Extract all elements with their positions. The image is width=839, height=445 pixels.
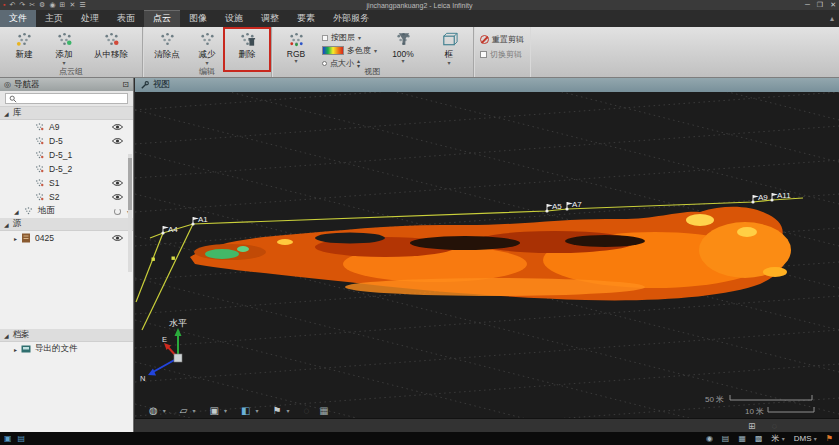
delete-button[interactable]: 删除 [227,29,267,61]
tab-pointcloud[interactable]: 点云 [144,10,180,27]
tab-home[interactable]: 主页 [36,10,72,27]
settings-icon[interactable]: ⚙ [39,0,45,10]
status-left-icon-1[interactable]: ▣ [4,434,12,443]
scrollbar-thumb[interactable] [128,158,132,210]
status-doc-icon[interactable]: ▤ [722,434,730,443]
search-input[interactable] [5,93,128,104]
gradient-swatch[interactable] [322,46,344,55]
zoom-percent-button[interactable]: 100% ▾ [383,29,423,64]
flag-tool-button[interactable]: ⚑▾ [272,405,289,416]
item-label: D-5_2 [49,164,133,174]
add-view-button[interactable]: ⊞ [748,421,756,431]
window-icon[interactable]: ⊞ [60,0,66,10]
view-cube-button[interactable]: ▣▾ [209,405,226,416]
tree-item-exported-files[interactable]: ▸ 导出的文件 [0,342,133,356]
flag-dropdown-icon[interactable]: ▾ [286,407,289,414]
notification-flag-icon[interactable]: ⚑ [826,434,833,443]
rgb-dropdown-icon[interactable]: ▾ [294,59,297,64]
tree-section-library[interactable]: ◢ 库 [0,107,133,120]
eraser-tool-button[interactable]: ▱▾ [180,405,196,416]
visibility-eye-icon[interactable] [112,193,123,203]
pointcloud-remove-icon [102,31,121,48]
tab-file[interactable]: 文件 [0,10,36,27]
status-left-icon-2[interactable]: ▤ [18,434,26,443]
collapsed-icon[interactable]: ▸ [14,346,17,353]
grid-toggle-button[interactable]: ▦ [319,405,328,416]
tab-features[interactable]: 要素 [288,10,324,27]
view-cube-dropdown-icon[interactable]: ▾ [224,407,227,414]
tab-processing[interactable]: 处理 [72,10,108,27]
expand-icon[interactable]: ◢ [14,208,19,215]
unit-dropdown-icon[interactable]: ▾ [782,436,785,442]
visibility-eye-icon[interactable] [112,137,123,147]
pin-panel-icon[interactable]: ⊡ [122,80,129,89]
box-button[interactable]: 框 ▾ [429,29,469,66]
status-table-icon[interactable]: ▩ [755,434,763,443]
tree-item-0425[interactable]: ▸ 0425 [0,231,133,245]
exported-files-icon [21,344,31,354]
visibility-eye-icon[interactable] [112,234,123,244]
multicolor-label[interactable]: 多色度 [347,45,371,56]
expand-icon[interactable]: ◢ [4,332,9,339]
cut-icon[interactable]: ✂ [29,0,35,10]
tree-item-s1[interactable]: S1 [0,176,133,190]
status-grid-icon[interactable]: ▦ [738,434,746,443]
tree-item-a9[interactable]: A9 [0,120,133,134]
minimize-button[interactable]: ─ [805,0,810,10]
loading-spinner-icon [114,208,121,215]
close-doc-icon[interactable]: ✕ [69,0,75,10]
by-layer-dropdown-icon[interactable]: ▾ [358,34,361,41]
angle-format-selector[interactable]: DMS ▾ [794,434,817,443]
unit-selector[interactable]: 米 ▾ [772,433,785,444]
group-label-view: 视图 [272,66,473,77]
zoom-dropdown-icon[interactable]: ▾ [402,59,405,64]
reduce-button[interactable]: 减少 ▾ [187,29,227,66]
toggle-clip-checkbox[interactable]: 切换剪辑 [480,49,524,60]
clear-points-button[interactable]: 清除点 [147,29,187,61]
tree-item-s2[interactable]: S2 [0,190,133,204]
delete-icon [238,31,257,48]
reset-clip-label: 重置剪辑 [492,34,524,45]
3d-canvas[interactable]: A4 A1 A5 A7 A9 A11 水平 E [135,92,839,418]
visibility-eye-icon[interactable] [112,179,123,189]
status-view-icon[interactable]: ◉ [706,434,713,443]
tab-imaging[interactable]: 图像 [180,10,216,27]
orbit-dropdown-icon[interactable]: ▾ [163,407,166,414]
remove-from-button[interactable]: 从中移除 [84,29,138,61]
close-button[interactable]: ✕ [830,0,836,10]
rgb-button[interactable]: RGB ▾ [276,29,316,64]
eraser-dropdown-icon[interactable]: ▾ [192,407,195,414]
ribbon-collapse-icon[interactable]: ▴ [830,10,834,27]
angle-dropdown-icon[interactable]: ▾ [814,436,817,442]
tree-scrollbar[interactable] [128,154,132,272]
by-layer-label[interactable]: 按图层 [331,32,355,43]
expand-icon[interactable]: ◢ [4,110,9,117]
reset-clip-button[interactable]: 重置剪辑 [480,34,524,45]
tree-section-archive[interactable]: ◢ 档案 [0,329,133,342]
tab-services[interactable]: 外部服务 [324,10,378,27]
navigator-title: 导航器 [14,79,122,91]
solid-cube-button[interactable]: ◧▾ [241,405,258,416]
orbit-tool-button[interactable]: ◍▾ [149,405,166,416]
solid-cube-dropdown-icon[interactable]: ▾ [255,407,258,414]
add-pointcloud-button[interactable]: 添加 ▾ [44,29,84,66]
expand-icon[interactable]: ◢ [4,221,9,228]
tree-item-d5-1[interactable]: D-5_1 [0,148,133,162]
tab-surfaces[interactable]: 表面 [108,10,144,27]
tab-infrastructure[interactable]: 设施 [216,10,252,27]
view-header[interactable]: 视图 [135,78,839,92]
tab-adjustments[interactable]: 调整 [252,10,288,27]
redo-icon[interactable]: ↷ [19,0,25,10]
tree-item-ground[interactable]: ◢ 地面 ▾ [0,204,133,218]
tree-section-source[interactable]: ◢ 源 [0,218,133,231]
tree-item-d5[interactable]: D-5 [0,134,133,148]
tree-item-d5-2[interactable]: D-5_2 [0,162,133,176]
multicolor-dropdown-icon[interactable]: ▾ [374,47,377,54]
undo-icon[interactable]: ↶ [9,0,15,10]
collapsed-icon[interactable]: ▸ [14,235,17,242]
visibility-eye-icon[interactable] [112,123,123,133]
new-pointcloud-button[interactable]: 新建 [4,29,44,61]
snapshot-icon[interactable]: ◉ [49,0,55,10]
list-icon[interactable]: ☰ [79,0,85,10]
maximize-button[interactable]: ❐ [817,0,823,10]
